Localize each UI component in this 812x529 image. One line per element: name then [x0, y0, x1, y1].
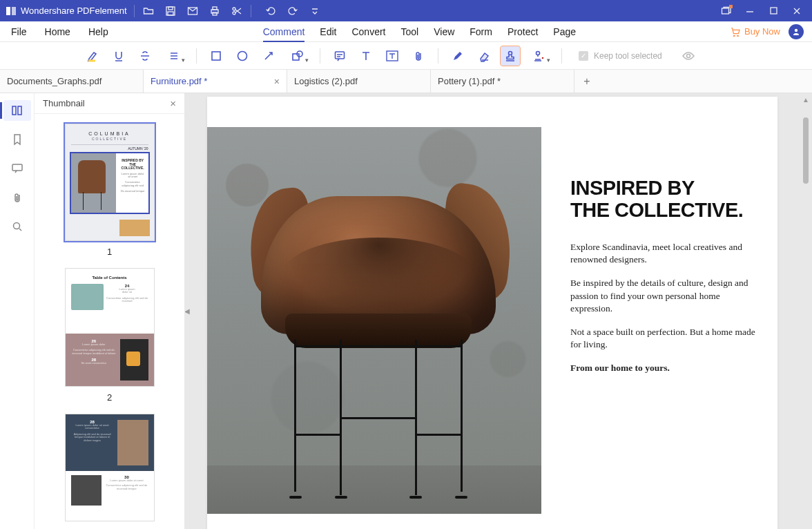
minimize-icon[interactable] [743, 4, 757, 18]
svg-rect-3 [168, 7, 173, 10]
scroll-thumb[interactable] [803, 117, 809, 184]
vertical-scrollbar[interactable]: ▲ [801, 96, 811, 234]
text-tool-icon[interactable] [356, 46, 376, 66]
hero-text: INSPIRED BY THE COLLECTIVE. Explore Scan… [541, 127, 777, 514]
mail-icon[interactable] [186, 4, 200, 18]
rail-attachments-icon[interactable] [3, 187, 31, 208]
window-tabs-icon[interactable] [719, 4, 733, 18]
left-rail [0, 93, 35, 529]
undo-icon[interactable] [264, 4, 278, 18]
svg-rect-25 [18, 106, 21, 115]
menu-tool[interactable]: Tool [401, 26, 419, 37]
shapes-dropdown-icon[interactable] [285, 46, 310, 66]
arrow-shape-icon[interactable] [259, 46, 278, 66]
scissors-icon[interactable] [230, 4, 244, 18]
svg-point-21 [536, 51, 540, 55]
menu-convert[interactable]: Convert [351, 26, 385, 37]
close-icon[interactable] [790, 4, 804, 18]
panel-close-icon[interactable]: × [170, 97, 176, 109]
title-bar: Wondershare PDFelement [0, 0, 812, 21]
menu-bar: File Home Help Comment Edit Convert Tool… [0, 21, 812, 42]
heading-line-2: THE COLLECTIVE. [570, 199, 743, 221]
body-paragraph: Be inspired by the details of culture, d… [570, 277, 764, 315]
svg-rect-8 [213, 12, 217, 15]
tab-documents-graphs[interactable]: Documents_Graphs.pdf [0, 70, 144, 93]
svg-rect-18 [336, 52, 345, 59]
tab-label: Documents_Graphs.pdf [7, 76, 102, 86]
document-tabs: Documents_Graphs.pdf Furniture.pdf * × L… [0, 70, 812, 93]
note-tool-icon[interactable] [330, 46, 349, 66]
thumbnail-page-1[interactable]: COLUMBIA COLLECTIVE AUTUMN '20 INSPIRED … [65, 124, 155, 241]
menu-comment[interactable]: Comment [263, 21, 305, 42]
svg-point-27 [13, 223, 19, 229]
tab-logistics[interactable]: Logistics (2).pdf [287, 70, 431, 93]
rail-comments-icon[interactable] [3, 158, 31, 179]
quick-access-dropdown-icon[interactable] [308, 4, 322, 18]
separator [320, 48, 320, 64]
maximize-icon[interactable] [766, 4, 780, 18]
visibility-toggle-icon[interactable] [679, 46, 698, 66]
pencil-tool-icon[interactable] [448, 46, 467, 66]
save-icon[interactable] [164, 4, 177, 18]
menu-view[interactable]: View [434, 26, 454, 37]
menu-page[interactable]: Page [553, 26, 576, 37]
menu-file[interactable]: File [11, 26, 27, 37]
thumbnail-page-3[interactable]: 28 Lorem ipsum dolor sit amet consectetu… [65, 414, 155, 521]
tab-close-icon[interactable]: × [274, 76, 280, 87]
underline-tool-icon[interactable] [109, 46, 128, 66]
tab-label: Logistics (2).pdf [294, 76, 358, 86]
redo-icon[interactable] [286, 4, 300, 18]
attachment-tool-icon[interactable] [409, 46, 428, 66]
signature-tool-icon[interactable] [527, 46, 552, 66]
menu-home[interactable]: Home [45, 26, 70, 37]
tab-label: Pottery (1).pdf * [438, 76, 501, 86]
user-avatar[interactable] [789, 24, 804, 39]
thumbnail-list[interactable]: COLUMBIA COLLECTIVE AUTUMN '20 INSPIRED … [35, 114, 184, 529]
svg-rect-12 [771, 8, 777, 14]
thumbnail-page-2[interactable]: Table of Contents 24 Lorem ipsumdolor si… [65, 268, 155, 387]
add-tab-button[interactable]: + [574, 70, 599, 93]
rectangle-shape-icon[interactable] [206, 46, 226, 66]
menu-form[interactable]: Form [470, 26, 492, 37]
strikethrough-tool-icon[interactable] [135, 46, 155, 66]
svg-rect-14 [212, 52, 220, 60]
separator [561, 48, 562, 64]
svg-rect-4 [168, 12, 173, 15]
panel-collapse-icon[interactable]: ◀ [185, 298, 190, 325]
page-number: 2 [107, 392, 112, 403]
heading-line-1: INSPIRED BY [570, 177, 695, 199]
menu-edit[interactable]: Edit [320, 26, 336, 37]
app-logo: Wondershare PDFelement [6, 6, 127, 17]
rail-search-icon[interactable] [3, 216, 31, 237]
list-tool-icon[interactable] [162, 46, 186, 66]
keep-tool-label: Keep tool selected [594, 51, 662, 61]
stamp-tool-icon[interactable] [501, 46, 520, 66]
comment-toolbar: ✓ Keep tool selected [0, 42, 812, 70]
svg-point-9 [233, 8, 235, 10]
document-viewer[interactable]: ◀ [185, 93, 812, 529]
tab-furniture[interactable]: Furniture.pdf * × [144, 70, 287, 93]
svg-rect-16 [293, 54, 299, 60]
scroll-up-icon[interactable]: ▲ [802, 96, 809, 104]
thumbnail-header: Thumbnail × [35, 93, 184, 114]
highlight-tool-icon[interactable] [83, 46, 102, 66]
svg-point-23 [686, 54, 690, 57]
svg-point-20 [509, 51, 512, 55]
rail-thumbnails-icon[interactable] [3, 100, 31, 121]
body-paragraph-bold: From our home to yours. [570, 362, 764, 374]
tab-pottery[interactable]: Pottery (1).pdf * [431, 70, 574, 93]
separator [438, 48, 438, 64]
svg-rect-24 [12, 106, 16, 115]
hero-image [207, 127, 541, 514]
menu-help[interactable]: Help [88, 26, 108, 37]
oval-shape-icon[interactable] [233, 46, 252, 66]
eraser-tool-icon[interactable] [474, 46, 494, 66]
print-icon[interactable] [208, 4, 222, 18]
body-paragraph: Not a space built on perfection. But a h… [570, 326, 764, 351]
rail-bookmarks-icon[interactable] [3, 129, 31, 150]
open-file-icon[interactable] [142, 4, 155, 18]
menu-protect[interactable]: Protect [508, 26, 538, 37]
keep-tool-checkbox[interactable]: ✓ Keep tool selected [579, 51, 662, 61]
text-box-tool-icon[interactable] [383, 46, 402, 66]
buy-now-link[interactable]: Buy Now [731, 26, 780, 37]
